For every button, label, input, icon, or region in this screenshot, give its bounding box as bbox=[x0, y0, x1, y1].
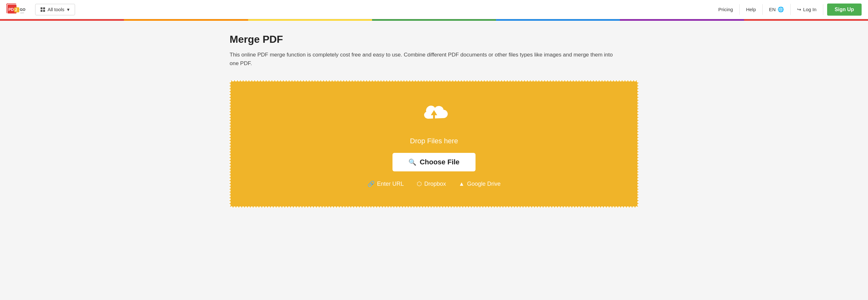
globe-icon: 🌐 bbox=[778, 6, 784, 12]
google-drive-icon: ▲ bbox=[459, 180, 465, 187]
lang-label: EN bbox=[769, 7, 776, 12]
login-arrow-icon: ↪ bbox=[797, 7, 801, 12]
svg-text:.com: .com bbox=[20, 11, 24, 14]
chevron-down-icon: ▾ bbox=[67, 7, 70, 12]
main-content: Merge PDF This online PDF merge function… bbox=[211, 21, 657, 220]
language-selector[interactable]: EN 🌐 bbox=[763, 4, 791, 15]
header: PDF 2 GO .com All tools ▾ Pricing Help E… bbox=[0, 0, 868, 19]
dropbox-icon: ⬡ bbox=[417, 180, 422, 187]
signup-button[interactable]: Sign Up bbox=[827, 3, 862, 15]
choose-file-button[interactable]: 🔍 Choose File bbox=[393, 153, 475, 171]
choose-file-label: Choose File bbox=[420, 158, 460, 166]
enter-url-link[interactable]: 🔗 Enter URL bbox=[368, 180, 404, 187]
google-drive-label: Google Drive bbox=[467, 180, 500, 187]
dropbox-label: Dropbox bbox=[425, 180, 446, 187]
help-link[interactable]: Help bbox=[740, 4, 763, 15]
search-icon: 🔍 bbox=[408, 158, 416, 166]
page-description: This online PDF merge function is comple… bbox=[229, 51, 613, 68]
upload-area[interactable]: Drop Files here 🔍 Choose File 🔗 Enter UR… bbox=[229, 80, 639, 207]
dropbox-link[interactable]: ⬡ Dropbox bbox=[417, 180, 446, 187]
svg-text:GO: GO bbox=[20, 7, 26, 11]
all-tools-button[interactable]: All tools ▾ bbox=[35, 4, 75, 15]
logo: PDF 2 GO .com bbox=[6, 3, 29, 16]
upload-alternatives: 🔗 Enter URL ⬡ Dropbox ▲ Google Drive bbox=[368, 180, 501, 187]
google-drive-link[interactable]: ▲ Google Drive bbox=[459, 180, 501, 187]
cloud-upload-icon bbox=[416, 101, 452, 131]
page-title: Merge PDF bbox=[229, 34, 639, 45]
link-icon: 🔗 bbox=[368, 180, 375, 187]
nav-links: Pricing Help EN 🌐 ↪ Log In Sign Up bbox=[712, 3, 862, 15]
all-tools-label: All tools bbox=[48, 7, 64, 12]
login-label: Log In bbox=[803, 7, 816, 12]
svg-text:2: 2 bbox=[15, 8, 17, 12]
drop-files-text: Drop Files here bbox=[410, 137, 458, 145]
grid-icon bbox=[40, 7, 45, 12]
enter-url-label: Enter URL bbox=[377, 180, 404, 187]
login-button[interactable]: ↪ Log In bbox=[791, 4, 823, 15]
pricing-link[interactable]: Pricing bbox=[712, 4, 740, 15]
